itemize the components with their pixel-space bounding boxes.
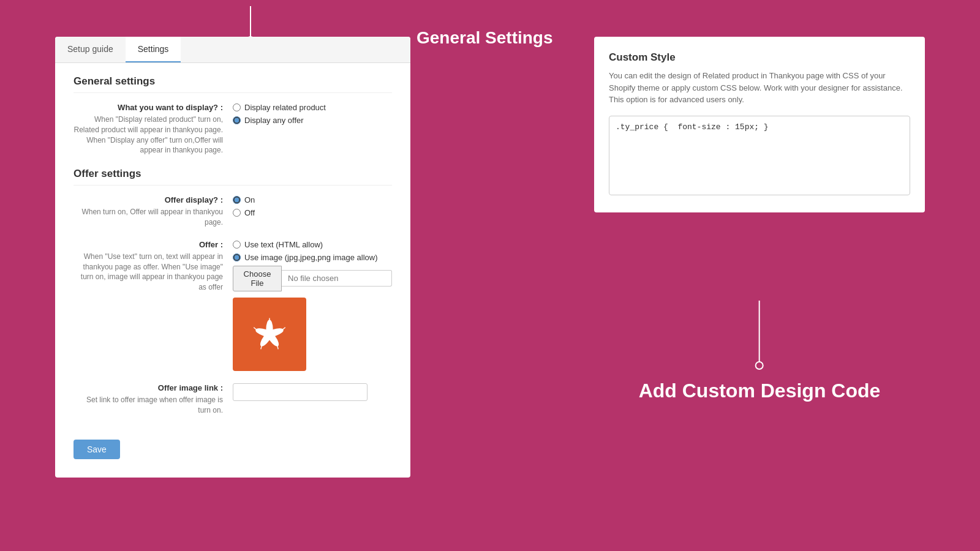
header-connector-vertical (250, 6, 251, 40)
custom-style-description: You can edit the design of Related produ… (609, 70, 910, 106)
right-annotation-connector: Add Custom Design Code (639, 301, 881, 402)
offer-off-label: Off (244, 208, 255, 217)
left-panel: Setup guide Settings General settings Wh… (55, 37, 410, 478)
use-text-radio[interactable] (233, 241, 241, 249)
right-connector-dot (755, 361, 764, 370)
offer-image-preview (233, 298, 306, 371)
display-related-label: Display related product (244, 103, 326, 112)
offer-on-radio[interactable] (233, 196, 241, 204)
right-connector-line (759, 301, 760, 362)
offer-type-row: Offer : When "Use text" turn on, text wi… (74, 240, 392, 371)
flower-icon (248, 313, 291, 356)
use-text-option[interactable]: Use text (HTML allow) (233, 240, 392, 249)
offer-type-label: Offer : (74, 240, 223, 249)
display-related-radio[interactable] (233, 103, 241, 111)
display-related-product-option[interactable]: Display related product (233, 103, 392, 112)
custom-style-panel: Custom Style You can edit the design of … (594, 37, 925, 212)
tab-settings[interactable]: Settings (126, 37, 181, 62)
offer-link-label-col: Offer image link : Set link to offer ima… (74, 383, 233, 416)
offer-link-sublabel: Set link to offer image when offer image… (74, 395, 223, 416)
display-controls: Display related product Display any offe… (233, 103, 392, 156)
display-any-offer-radio[interactable] (233, 116, 241, 124)
offer-display-row: Offer display? : When turn on, Offer wil… (74, 195, 392, 228)
file-input-row: Choose File No file chosen (233, 266, 392, 291)
use-image-radio[interactable] (233, 253, 241, 261)
display-sublabel: When "Display related product" turn on, … (74, 114, 223, 156)
display-any-offer-label: Display any offer (244, 116, 304, 125)
offer-image-link-row: Offer image link : Set link to offer ima… (74, 383, 392, 416)
css-textarea[interactable]: .ty_price { font-size : 15px; } (609, 116, 910, 195)
page-title: General Settings (417, 28, 553, 48)
add-custom-code-title: Add Custom Design Code (639, 380, 881, 402)
use-text-label: Use text (HTML allow) (244, 240, 323, 249)
display-label: What you want to display? : (74, 103, 223, 112)
tab-setup-guide[interactable]: Setup guide (55, 37, 126, 62)
display-setting-row: What you want to display? : When "Displa… (74, 103, 392, 156)
offer-display-label: Offer display? : (74, 195, 223, 204)
tabs-bar: Setup guide Settings (55, 37, 410, 63)
use-image-label: Use image (jpg,jpeg,png image allow) (244, 253, 378, 262)
offer-on-label: On (244, 195, 255, 204)
choose-file-button[interactable]: Choose File (233, 266, 282, 291)
offer-display-controls: On Off (233, 195, 392, 228)
display-any-offer-option[interactable]: Display any offer (233, 116, 392, 125)
offer-on-option[interactable]: On (233, 195, 392, 204)
offer-type-label-col: Offer : When "Use text" turn on, text wi… (74, 240, 233, 371)
offer-settings-title: Offer settings (74, 168, 392, 186)
offer-type-controls: Use text (HTML allow) Use image (jpg,jpe… (233, 240, 392, 371)
panel-content: General settings What you want to displa… (55, 63, 410, 478)
offer-off-radio[interactable] (233, 209, 241, 217)
offer-link-controls (233, 383, 392, 416)
offer-display-label-col: Offer display? : When turn on, Offer wil… (74, 195, 233, 228)
file-name-display: No file chosen (282, 270, 392, 287)
save-button[interactable]: Save (74, 440, 120, 459)
custom-style-title: Custom Style (609, 51, 910, 64)
display-label-col: What you want to display? : When "Displa… (74, 103, 233, 156)
offer-type-sublabel: When "Use text" turn on, text will appea… (74, 252, 223, 293)
offer-off-option[interactable]: Off (233, 208, 392, 217)
offer-link-input[interactable] (233, 383, 368, 401)
offer-display-sublabel: When turn on, Offer will appear in thank… (74, 207, 223, 228)
offer-link-label: Offer image link : (74, 383, 223, 392)
general-settings-title: General settings (74, 75, 392, 93)
use-image-option[interactable]: Use image (jpg,jpeg,png image allow) (233, 253, 392, 262)
